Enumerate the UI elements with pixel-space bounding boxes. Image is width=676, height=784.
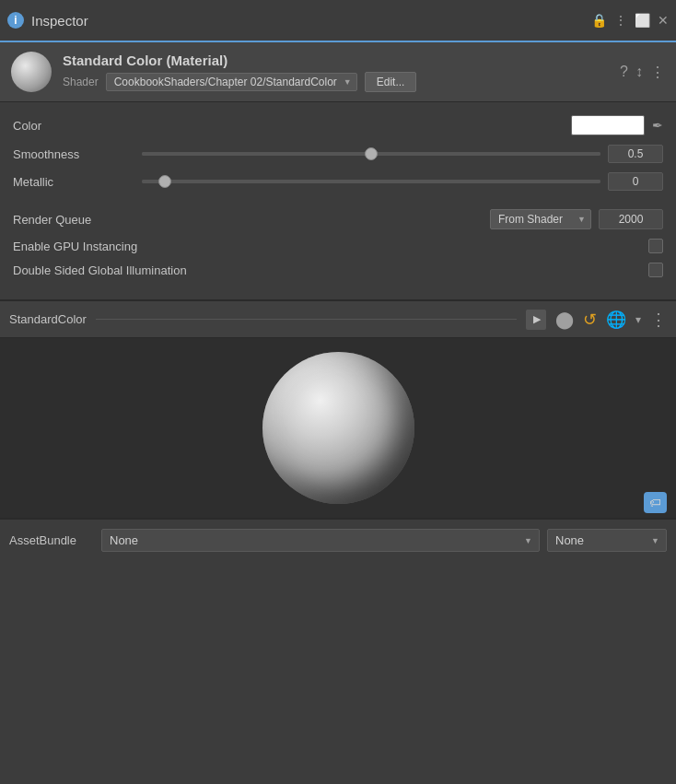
asset-bundle-dropdown1[interactable]: None (101, 529, 540, 552)
material-name: Standard Color (Material) (63, 53, 612, 68)
shader-label: Shader (63, 76, 99, 88)
help-icon[interactable]: ? (620, 64, 628, 80)
smoothness-row: Smoothness 0.5 (13, 145, 663, 163)
shader-toolbar-divider (96, 319, 517, 320)
asset-bundle-dropdown2-wrap[interactable]: None (547, 529, 667, 552)
asset-bundle-tag-btn[interactable]: 🏷 (644, 492, 667, 513)
metallic-value[interactable]: 0 (608, 172, 663, 191)
shader-toolbar-icons: ⬤ ↺ 🌐 ▾ ⋮ (526, 310, 667, 330)
asset-bundle-row: AssetBundle None None (0, 519, 676, 561)
properties-section: Color ✒ Smoothness 0.5 Metallic 0 (0, 102, 676, 300)
render-queue-label: Render Queue (13, 213, 142, 227)
gpu-instancing-row: Enable GPU Instancing (13, 239, 663, 253)
shader-dropdown[interactable]: CookbookShaders/Chapter 02/StandardColor (106, 73, 357, 91)
edit-button[interactable]: Edit... (365, 72, 417, 92)
menu-icon[interactable]: ⋮ (650, 64, 665, 81)
globe-icon[interactable]: 🌐 (606, 310, 626, 330)
more-icon[interactable]: ⋮ (614, 13, 627, 28)
material-header-icons: ? ↕ ⋮ (620, 64, 665, 81)
double-sided-checkbox[interactable] (648, 263, 663, 277)
gpu-instancing-label: Enable GPU Instancing (13, 240, 648, 253)
color-control: ✒ (142, 115, 663, 135)
color-row: Color ✒ (13, 115, 663, 135)
shader-menu-icon[interactable]: ⋮ (650, 310, 667, 330)
lock-icon[interactable]: 🔒 (591, 13, 607, 28)
close-icon[interactable]: ✕ (658, 13, 669, 28)
smoothness-thumb[interactable] (365, 147, 378, 160)
asset-bundle-dropdown1-wrap[interactable]: None (101, 529, 540, 552)
smoothness-label: Smoothness (13, 147, 142, 161)
color-label: Color (13, 119, 142, 133)
metallic-label: Metallic (13, 175, 142, 189)
play-button[interactable] (526, 310, 546, 330)
render-queue-row: Render Queue From Shader 2000 (13, 209, 663, 229)
preview-sphere (262, 352, 414, 504)
smoothness-slider[interactable] (142, 152, 600, 156)
material-header: Standard Color (Material) Shader Cookboo… (0, 42, 676, 102)
title-bar-icons: 🔒 ⋮ ⬜ ✕ (591, 13, 669, 28)
smoothness-control: 0.5 (142, 145, 663, 163)
maximize-icon[interactable]: ⬜ (635, 13, 650, 28)
material-sphere-preview (11, 52, 52, 92)
asset-bundle-label: AssetBundle (9, 533, 92, 547)
shader-toolbar: StandardColor ⬤ ↺ 🌐 ▾ ⋮ (0, 301, 676, 338)
shader-row: Shader CookbookShaders/Chapter 02/Standa… (63, 72, 612, 92)
metallic-thumb[interactable] (158, 175, 171, 188)
metallic-row: Metallic 0 (13, 172, 663, 191)
info-icon: i (7, 12, 24, 29)
metallic-slider[interactable] (142, 180, 600, 183)
smoothness-value[interactable]: 0.5 (608, 145, 663, 163)
shader-section: StandardColor ⬤ ↺ 🌐 ▾ ⋮ (0, 300, 676, 518)
rotate-icon[interactable]: ↺ (583, 310, 597, 330)
dropdown-arrow-icon[interactable]: ▾ (635, 313, 641, 326)
material-info: Standard Color (Material) Shader Cookboo… (63, 53, 612, 92)
sphere-icon[interactable]: ⬤ (555, 310, 574, 330)
shader-section-name: StandardColor (9, 312, 87, 326)
gpu-instancing-checkbox[interactable] (648, 239, 663, 253)
render-queue-dropdown[interactable]: From Shader (490, 209, 591, 229)
render-queue-dropdown-wrap[interactable]: From Shader (490, 209, 591, 229)
pin-icon[interactable]: ↕ (635, 64, 643, 80)
title-bar: i Inspector 🔒 ⋮ ⬜ ✕ (0, 0, 676, 42)
render-queue-value[interactable]: 2000 (599, 209, 663, 229)
shader-preview-area (0, 338, 676, 518)
page-title: Inspector (31, 13, 591, 29)
metallic-control: 0 (142, 172, 663, 191)
double-sided-row: Double Sided Global Illumination (13, 263, 663, 277)
shader-dropdown-wrap[interactable]: CookbookShaders/Chapter 02/StandardColor (106, 73, 357, 91)
color-swatch[interactable] (571, 115, 645, 135)
eyedropper-icon[interactable]: ✒ (652, 118, 663, 133)
double-sided-label: Double Sided Global Illumination (13, 263, 648, 277)
render-queue-controls: From Shader 2000 (490, 209, 663, 229)
asset-bundle-dropdown2[interactable]: None (547, 529, 667, 552)
tag-icon: 🏷 (649, 496, 661, 509)
